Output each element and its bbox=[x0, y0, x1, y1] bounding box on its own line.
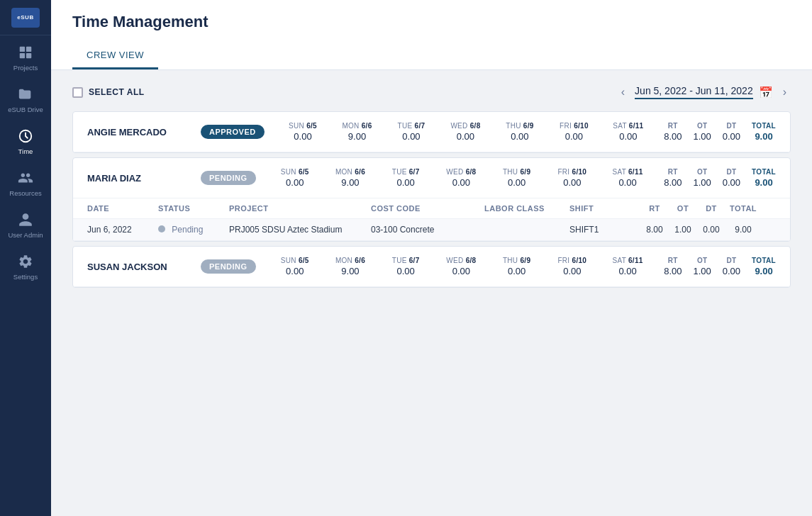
sidebar-item-settings[interactable]: Settings bbox=[0, 245, 51, 286]
day-value: 0.00 bbox=[294, 131, 311, 142]
page-title: Time Management bbox=[72, 13, 791, 31]
total-rt-col: RT 8.00 bbox=[664, 122, 682, 142]
day-value: 9.00 bbox=[341, 266, 359, 276]
day-label: THU 6/9 bbox=[503, 257, 530, 264]
day-label: TUE 6/7 bbox=[392, 257, 420, 264]
dt-label: DT bbox=[726, 257, 736, 264]
col-header-date: DATE bbox=[87, 204, 158, 213]
day-value: 0.00 bbox=[508, 266, 525, 276]
day-cell-wed: WED 6/8 0.00 bbox=[438, 122, 492, 142]
day-cell-sat: SAT 6/11 0.00 bbox=[601, 122, 655, 142]
logo bbox=[0, 0, 51, 35]
day-value: 0.00 bbox=[563, 177, 581, 188]
calendar-icon[interactable]: 📅 bbox=[759, 86, 773, 99]
day-label: SAT 6/11 bbox=[612, 257, 643, 264]
sidebar-label-settings: Settings bbox=[13, 273, 38, 281]
select-all-checkbox[interactable] bbox=[72, 87, 83, 98]
day-value: 0.00 bbox=[508, 177, 525, 188]
prev-date-button[interactable]: ‹ bbox=[617, 84, 629, 100]
day-label: SUN 6/5 bbox=[281, 168, 309, 176]
sidebar-item-useradmin[interactable]: User Admin bbox=[0, 203, 51, 245]
ot-label: OT bbox=[697, 168, 708, 176]
col-header-project: PROJECT bbox=[229, 204, 371, 213]
day-cell-sat: SAT 6/11 0.00 bbox=[600, 168, 655, 188]
day-value: 0.00 bbox=[286, 177, 304, 188]
total-rt-col: RT 8.00 bbox=[664, 168, 682, 188]
day-value: 0.00 bbox=[565, 131, 583, 142]
toolbar: SELECT ALL ‹ Jun 5, 2022 - Jun 11, 2022 … bbox=[72, 84, 791, 100]
total-label: TOTAL bbox=[752, 257, 776, 264]
day-label: SAT 6/11 bbox=[613, 122, 643, 130]
day-cell-tue: TUE 6/7 0.00 bbox=[378, 168, 433, 188]
totals-section: RT 8.00 OT 1.00 DT 0.00 TOTAL 9.00 bbox=[664, 168, 776, 188]
day-value: 0.00 bbox=[452, 266, 470, 276]
employee-row: MARIA DIAZ PENDING SUN 6/5 0.00 MON 6/6 … bbox=[73, 158, 790, 198]
grid-icon bbox=[17, 44, 34, 61]
day-label: SUN 6/5 bbox=[281, 257, 309, 264]
day-cell-mon: MON 6/6 9.00 bbox=[323, 257, 378, 276]
total-value: 9.00 bbox=[755, 177, 772, 188]
day-value: 0.00 bbox=[402, 131, 420, 142]
day-label: WED 6/8 bbox=[450, 122, 480, 130]
days-row: SUN 6/5 0.00 MON 6/6 9.00 TUE 6/7 0.00 W… bbox=[267, 168, 656, 188]
day-cell-thu: THU 6/9 0.00 bbox=[493, 122, 547, 142]
tab-crew-view[interactable]: CREW VIEW bbox=[72, 43, 158, 69]
day-label: FRI 6/10 bbox=[557, 257, 586, 264]
rt-value: 8.00 bbox=[664, 177, 682, 188]
day-cell-fri: FRI 6/10 0.00 bbox=[547, 122, 601, 142]
rt-label: RT bbox=[668, 168, 678, 176]
people-icon bbox=[17, 169, 34, 186]
next-date-button[interactable]: › bbox=[779, 84, 791, 100]
total-ot-col: OT 1.00 bbox=[693, 257, 711, 276]
employee-card-susan: SUSAN JACKSON PENDING SUN 6/5 0.00 MON 6… bbox=[72, 246, 791, 288]
sidebar-item-drive[interactable]: eSUB Drive bbox=[0, 77, 51, 119]
employee-name: MARIA DIAZ bbox=[87, 173, 201, 184]
detail-project: PRJ005 SDSU Aztec Stadium bbox=[229, 225, 371, 235]
day-value: 0.00 bbox=[397, 266, 415, 276]
day-cell-wed: WED 6/8 0.00 bbox=[433, 168, 489, 188]
dt-value: 0.00 bbox=[723, 131, 740, 142]
detail-rt: 8.00 bbox=[640, 225, 669, 235]
dt-label: DT bbox=[726, 122, 736, 130]
total-col: TOTAL 9.00 bbox=[752, 122, 776, 142]
day-label: WED 6/8 bbox=[446, 168, 476, 176]
employee-card-angie: ANGIE MERCADO APPROVED SUN 6/5 0.00 MON … bbox=[72, 111, 791, 153]
status-badge: APPROVED bbox=[201, 125, 265, 139]
day-cell-tue: TUE 6/7 0.00 bbox=[378, 257, 433, 276]
day-value: 9.00 bbox=[348, 131, 366, 142]
employee-name: ANGIE MERCADO bbox=[87, 127, 201, 138]
total-label: TOTAL bbox=[752, 122, 776, 130]
rt-label: RT bbox=[668, 122, 678, 130]
day-label: MON 6/6 bbox=[342, 122, 372, 130]
day-value: 0.00 bbox=[563, 266, 581, 276]
folder-icon bbox=[17, 86, 34, 103]
content-area: SELECT ALL ‹ Jun 5, 2022 - Jun 11, 2022 … bbox=[51, 70, 812, 516]
dt-value: 0.00 bbox=[723, 266, 740, 276]
day-cell-wed: WED 6/8 0.00 bbox=[433, 257, 489, 276]
day-cell-mon: MON 6/6 9.00 bbox=[330, 122, 384, 142]
employee-name: SUSAN JACKSON bbox=[87, 262, 201, 272]
employee-card-maria: MARIA DIAZ PENDING SUN 6/5 0.00 MON 6/6 … bbox=[72, 157, 791, 242]
sidebar-item-time[interactable]: Time bbox=[0, 119, 51, 161]
ot-label: OT bbox=[697, 257, 708, 264]
days-row: SUN 6/5 0.00 MON 6/6 9.00 TUE 6/7 0.00 W… bbox=[267, 257, 656, 276]
logo-image bbox=[11, 8, 40, 28]
total-dt-col: DT 0.00 bbox=[723, 257, 740, 276]
col-header-status: STATUS bbox=[158, 204, 229, 213]
day-label: THU 6/9 bbox=[506, 122, 533, 130]
total-dt-col: DT 0.00 bbox=[723, 168, 740, 188]
day-value: 9.00 bbox=[341, 177, 359, 188]
status-badge: PENDING bbox=[201, 171, 256, 185]
sidebar-item-resources[interactable]: Resources bbox=[0, 161, 51, 203]
select-all-row: SELECT ALL bbox=[72, 87, 145, 98]
detail-header-row: DATE STATUS PROJECT COST CODE LABOR CLAS… bbox=[73, 198, 790, 219]
sidebar-item-projects[interactable]: Projects bbox=[0, 35, 51, 77]
tabs: CREW VIEW bbox=[72, 43, 791, 69]
ot-value: 1.00 bbox=[693, 131, 711, 142]
dt-value: 0.00 bbox=[723, 177, 740, 188]
status-badge: PENDING bbox=[201, 259, 256, 274]
col-header-ot: OT bbox=[669, 204, 697, 213]
detail-row-0: Jun 6, 2022 Pending PRJ005 SDSU Aztec St… bbox=[73, 219, 790, 241]
pending-dot-icon bbox=[158, 225, 165, 232]
employee-cards: ANGIE MERCADO APPROVED SUN 6/5 0.00 MON … bbox=[72, 111, 791, 288]
